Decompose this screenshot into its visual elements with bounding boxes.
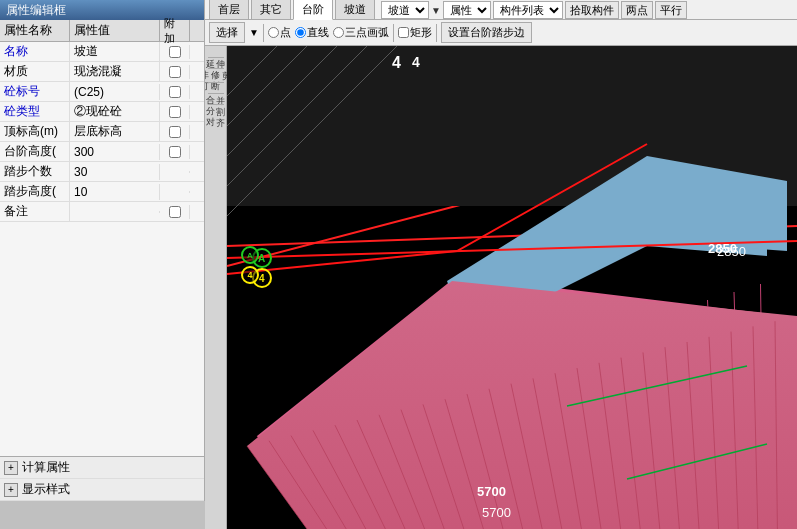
vtool-sep4 — [208, 93, 224, 94]
col-header-name: 属性名称 — [0, 20, 70, 41]
two-point-btn[interactable]: 两点 — [621, 1, 653, 19]
prop-name-1: 材质 — [0, 62, 70, 81]
prop-name-0: 名称 — [0, 42, 70, 61]
vtool-sep1 — [208, 57, 224, 58]
set-steps-btn[interactable]: 设置台阶踏步边 — [441, 22, 532, 43]
prop-row-7[interactable]: 踏步高度(10 — [0, 182, 204, 202]
prop-checkbox-8[interactable] — [169, 206, 181, 218]
rect-check-label[interactable]: 矩形 — [398, 25, 432, 40]
left-toolbar: 延伸 非修剪 打断· 合并 分割 对齐 — [205, 46, 227, 529]
prop-name-3: 砼类型 — [0, 102, 70, 121]
prop-row-8[interactable]: 备注 — [0, 202, 204, 222]
prop-value-8[interactable] — [70, 211, 160, 213]
prop-name-5: 台阶高度( — [0, 142, 70, 161]
prop-check-0[interactable] — [160, 45, 190, 59]
point-radio-label[interactable]: 点 — [268, 25, 291, 40]
prop-name-7: 踏步高度( — [0, 182, 70, 201]
prop-name-2: 砼标号 — [0, 82, 70, 101]
prop-checkbox-5[interactable] — [169, 146, 181, 158]
props-column-headers: 属性名称 属性值 附加 — [0, 20, 204, 42]
prop-group-label-0: 计算属性 — [22, 459, 70, 476]
col-header-extra: 附加 — [160, 20, 190, 41]
split-tool[interactable]: 分割 — [205, 97, 226, 101]
prop-name-8: 备注 — [0, 202, 70, 221]
prop-group-0[interactable]: +计算属性 — [0, 457, 204, 479]
slope-select[interactable]: 坡道 — [381, 1, 429, 19]
marker-4: 4 — [241, 266, 259, 284]
sep2 — [393, 24, 394, 42]
arrow-icon: ▼ — [431, 5, 441, 16]
col-header-value: 属性值 — [70, 20, 160, 41]
prop-group-1[interactable]: +显示样式 — [0, 479, 204, 501]
rect-check[interactable] — [398, 27, 409, 38]
scene-canvas — [227, 46, 797, 529]
prop-row-5[interactable]: 台阶高度(300 — [0, 142, 204, 162]
merge-tool[interactable]: 合并 — [205, 86, 226, 90]
arc-radio[interactable] — [333, 27, 344, 38]
prop-row-0[interactable]: 名称坡道 — [0, 42, 204, 62]
prop-name-4: 顶标高(m) — [0, 122, 70, 141]
label-2850: 2850 — [708, 241, 737, 256]
prop-checkbox-3[interactable] — [169, 106, 181, 118]
prop-check-2[interactable] — [160, 85, 190, 99]
prop-row-1[interactable]: 材质现浇混凝 — [0, 62, 204, 82]
prop-value-0[interactable]: 坡道 — [70, 42, 160, 61]
prop-check-3[interactable] — [160, 105, 190, 119]
align-tool[interactable]: 对齐 — [205, 108, 226, 112]
sep1 — [263, 24, 264, 42]
select-btn[interactable]: 选择 — [209, 22, 245, 43]
extend-tool[interactable]: 延伸 — [205, 50, 226, 54]
prop-value-1[interactable]: 现浇混凝 — [70, 62, 160, 81]
property-select[interactable]: 属性 — [443, 1, 491, 19]
properties-panel: 属性编辑框 属性名称 属性值 附加 名称坡道材质现浇混凝砼标号(C25)砼类型②… — [0, 0, 205, 501]
marker-A: A — [241, 246, 259, 264]
toolbar2: 选择 ▼ 点 直线 三点画弧 — [205, 20, 797, 46]
prop-row-6[interactable]: 踏步个数30 — [0, 162, 204, 182]
prop-name-6: 踏步个数 — [0, 162, 70, 181]
prop-row-4[interactable]: 顶标高(m)层底标高 — [0, 122, 204, 142]
prop-check-5[interactable] — [160, 145, 190, 159]
tab-bar: 首层 其它 台阶 坡道 坡道 ▼ 属性 构件列表 拾取构件 — [205, 0, 797, 20]
panel-title: 属性编辑框 — [6, 2, 66, 19]
sep3 — [436, 24, 437, 42]
prop-value-5[interactable]: 300 — [70, 144, 160, 160]
prop-check-4[interactable] — [160, 125, 190, 139]
props-table: 名称坡道材质现浇混凝砼标号(C25)砼类型②现砼砼顶标高(m)层底标高台阶高度(… — [0, 42, 204, 456]
parallel-btn[interactable]: 平行 — [655, 1, 687, 19]
point-radio[interactable] — [268, 27, 279, 38]
prop-row-2[interactable]: 砼标号(C25) — [0, 82, 204, 102]
label-5700: 5700 — [477, 484, 506, 499]
tab-steps[interactable]: 台阶 — [293, 0, 333, 20]
prop-group-label-1: 显示样式 — [22, 481, 70, 498]
tab-first-floor[interactable]: 首层 — [209, 0, 249, 19]
label-4-top: 4 — [412, 54, 420, 70]
arc-radio-label[interactable]: 三点画弧 — [333, 25, 389, 40]
prop-check-1[interactable] — [160, 65, 190, 79]
line-radio-label[interactable]: 直线 — [295, 25, 329, 40]
tab-other[interactable]: 其它 — [251, 0, 291, 19]
tab-slope[interactable]: 坡道 — [335, 0, 375, 19]
dropdown-arrow: ▼ — [249, 27, 259, 38]
prop-value-4[interactable]: 层底标高 — [70, 122, 160, 141]
prop-row-3[interactable]: 砼类型②现砼砼 — [0, 102, 204, 122]
vtool-sep2 — [208, 68, 224, 69]
prop-checkbox-1[interactable] — [169, 66, 181, 78]
prop-checkbox-4[interactable] — [169, 126, 181, 138]
prop-value-7[interactable]: 10 — [70, 184, 160, 200]
line-radio[interactable] — [295, 27, 306, 38]
component-list-select[interactable]: 构件列表 — [493, 1, 563, 19]
vtool-sep5 — [208, 104, 224, 105]
vtool-sep3 — [208, 82, 224, 83]
prop-check-7[interactable] — [160, 191, 190, 193]
prop-check-8[interactable] — [160, 205, 190, 219]
prop-group-icon-1: + — [4, 483, 18, 497]
prop-checkbox-2[interactable] — [169, 86, 181, 98]
prop-check-6[interactable] — [160, 171, 190, 173]
prop-value-3[interactable]: ②现砼砼 — [70, 102, 160, 121]
prop-value-6[interactable]: 30 — [70, 164, 160, 180]
pick-component-btn[interactable]: 拾取构件 — [565, 1, 619, 19]
prop-checkbox-0[interactable] — [169, 46, 181, 58]
viewport[interactable]: 4 5700 2850 A 4 — [227, 46, 797, 529]
prop-value-2[interactable]: (C25) — [70, 84, 160, 100]
props-footer: +计算属性+显示样式 — [0, 456, 204, 501]
